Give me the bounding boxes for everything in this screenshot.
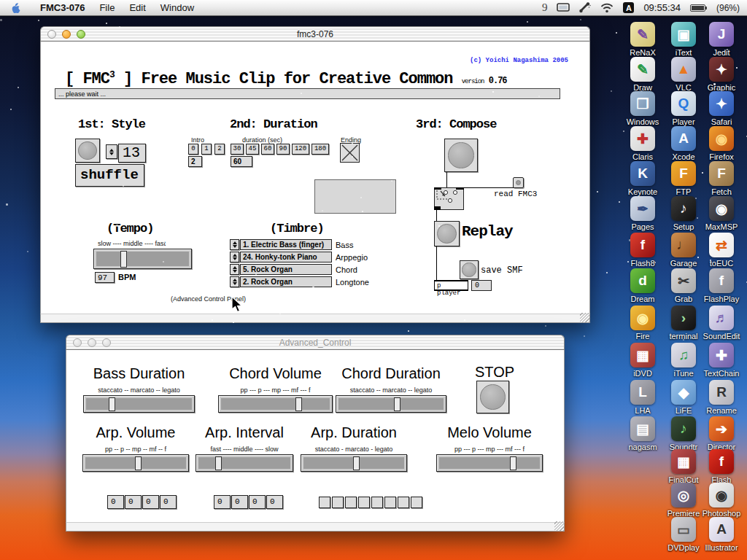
desktop-icon-dream[interactable]: dDream bbox=[622, 268, 663, 303]
desktop-icon-jedit[interactable]: JJedit bbox=[701, 22, 742, 57]
style-number-box[interactable]: 13 bbox=[118, 144, 146, 163]
slider-handle[interactable] bbox=[295, 397, 302, 411]
duration-button-45[interactable]: 45 bbox=[246, 144, 259, 155]
ending-checkbox[interactable] bbox=[340, 143, 360, 163]
number-box[interactable]: 0 bbox=[107, 495, 124, 509]
desktop-icon-itune[interactable]: ♫iTune bbox=[663, 343, 704, 378]
desktop-icon-garage[interactable]: ♩Garage bbox=[663, 233, 704, 268]
compose-bang-button[interactable] bbox=[444, 139, 478, 172]
desktop-icon-terminal[interactable]: ›terminal bbox=[663, 306, 704, 341]
desktop-icon-renax[interactable]: ✎ReNaX bbox=[622, 22, 663, 57]
desktop-icon-flash[interactable]: fFlash bbox=[701, 449, 742, 484]
toggle-box-4[interactable] bbox=[371, 497, 383, 508]
timbre-menu-0[interactable]: 1. Electric Bass (finger) bbox=[240, 239, 332, 250]
number-box[interactable]: 0 bbox=[160, 495, 177, 509]
number-box[interactable]: 0 bbox=[249, 495, 266, 509]
zoom-button[interactable] bbox=[77, 30, 85, 39]
desktop-icon-keynote[interactable]: KKeynote bbox=[622, 161, 663, 196]
duration-button-180[interactable]: 180 bbox=[311, 144, 329, 155]
duration-button-120[interactable]: 120 bbox=[292, 144, 309, 155]
desktop-icon-flashplay[interactable]: fFlashPlay bbox=[701, 268, 742, 303]
intro-button-0[interactable]: 0 bbox=[188, 144, 198, 155]
duration-button-30[interactable]: 30 bbox=[231, 144, 244, 155]
save-smf-bang-button[interactable] bbox=[460, 260, 479, 279]
stop-bang-button[interactable] bbox=[476, 381, 509, 413]
shuffle-button[interactable]: shuffle bbox=[75, 164, 144, 187]
player-number-box[interactable]: 0 bbox=[471, 280, 492, 291]
desktop-icon-graphic[interactable]: ✦Graphic bbox=[701, 57, 742, 92]
apple-menu-icon[interactable] bbox=[10, 2, 21, 14]
desktop-icon-draw[interactable]: ✎Draw bbox=[622, 57, 663, 92]
slider-arp-volume[interactable] bbox=[82, 454, 189, 472]
menu-clock[interactable]: 09:55:34 bbox=[643, 2, 681, 13]
desktop-icon-safari[interactable]: ✦Safari bbox=[701, 91, 742, 126]
menu-window[interactable]: Window bbox=[153, 0, 201, 16]
duration-button-60[interactable]: 60 bbox=[261, 144, 274, 155]
intro-button-1[interactable]: 1 bbox=[201, 144, 212, 155]
slider-handle[interactable] bbox=[394, 397, 400, 411]
menu-app[interactable]: FMC3-076 bbox=[33, 0, 92, 16]
slider-handle[interactable] bbox=[135, 456, 142, 470]
toggle-box-5[interactable] bbox=[384, 497, 396, 508]
desktop-icon-photoshop[interactable]: ◉Photoshop bbox=[701, 483, 742, 518]
close-button[interactable] bbox=[47, 30, 56, 39]
battery-icon[interactable] bbox=[690, 4, 707, 12]
replay-bang-button[interactable] bbox=[434, 221, 460, 246]
displays-menu-icon[interactable] bbox=[557, 3, 570, 13]
desktop-icon-toeuc[interactable]: ⇄toEUC bbox=[701, 233, 742, 268]
toggle-box-3[interactable] bbox=[358, 497, 370, 508]
style-stepper[interactable] bbox=[106, 144, 117, 159]
tempo-slider-handle[interactable] bbox=[120, 251, 127, 268]
tempo-slider[interactable] bbox=[93, 249, 192, 269]
timbre-stepper-2[interactable] bbox=[230, 264, 239, 275]
slider-arp-interval[interactable] bbox=[196, 454, 293, 472]
timbre-stepper-1[interactable] bbox=[230, 252, 239, 262]
desktop-icon-illustrator[interactable]: AIllustrator bbox=[701, 517, 742, 552]
number-box[interactable]: 0 bbox=[125, 495, 142, 509]
timbre-menu-3[interactable]: 2. Rock Organ bbox=[240, 276, 332, 287]
minimize-button[interactable] bbox=[62, 30, 71, 39]
classic-environment-icon[interactable]: 9 bbox=[542, 1, 548, 14]
desktop-icon-dvdplay[interactable]: ▭DVDplay bbox=[663, 517, 704, 552]
desktop-icon-flash8[interactable]: fFlash8 bbox=[622, 233, 663, 268]
slider-handle[interactable] bbox=[215, 456, 222, 470]
number-box[interactable]: 0 bbox=[231, 495, 248, 509]
desktop-icon-ftp[interactable]: FFTP bbox=[663, 161, 704, 196]
desktop-icon-soundtr[interactable]: ♪Soundtr bbox=[663, 416, 704, 451]
desktop-icon-fetch[interactable]: FFetch bbox=[701, 161, 742, 196]
desktop-icon-pages[interactable]: ✒Pages bbox=[622, 196, 663, 231]
menu-file[interactable]: File bbox=[92, 0, 122, 16]
desktop-icon-life[interactable]: ◆LiFE bbox=[663, 380, 704, 415]
desktop-icon-windows[interactable]: ❐Windows bbox=[622, 91, 663, 126]
resize-grip[interactable] bbox=[580, 313, 589, 322]
desktop-icon-nagasm[interactable]: ▤nagasm bbox=[622, 416, 663, 451]
desktop-icon-claris[interactable]: ✚Claris bbox=[622, 126, 663, 161]
toggle-box-2[interactable] bbox=[345, 497, 357, 508]
input-menu-icon[interactable]: A bbox=[623, 2, 634, 13]
slider-handle[interactable] bbox=[510, 456, 516, 470]
intro-value[interactable]: 2 bbox=[188, 156, 202, 167]
fmc3-titlebar[interactable]: fmc3-076 bbox=[40, 26, 590, 42]
timbre-menu-1[interactable]: 24. Honky-tonk Piano bbox=[240, 252, 332, 262]
desktop-icon-premiere[interactable]: ◎Premiere bbox=[663, 483, 704, 518]
zoom-button[interactable] bbox=[102, 338, 111, 347]
desktop-icon-soundedit[interactable]: ♬SoundEdit bbox=[701, 306, 742, 341]
desktop-icon-idvd[interactable]: ▦iDVD bbox=[622, 343, 663, 378]
read-fmc3-button[interactable] bbox=[513, 177, 524, 188]
menu-edit[interactable]: Edit bbox=[122, 0, 152, 16]
desktop-icon-fire[interactable]: ◉Fire bbox=[622, 306, 663, 341]
desktop-icon-grab[interactable]: ✂Grab bbox=[663, 268, 704, 303]
resize-grip[interactable] bbox=[554, 521, 564, 531]
desktop-icon-finalcut[interactable]: ▦FinalCut bbox=[663, 449, 704, 484]
toggle-box-7[interactable] bbox=[411, 497, 422, 508]
toggle-box-0[interactable] bbox=[319, 497, 330, 508]
toggle-box-1[interactable] bbox=[332, 497, 344, 508]
toggle-box-6[interactable] bbox=[398, 497, 409, 508]
timbre-stepper-3[interactable] bbox=[230, 276, 239, 287]
desktop-icon-textchain[interactable]: ✚TextChain bbox=[701, 343, 742, 378]
desktop-icon-setup[interactable]: ♪Setup bbox=[663, 196, 704, 231]
number-box[interactable]: 0 bbox=[142, 495, 159, 509]
minimize-button[interactable] bbox=[88, 338, 96, 347]
number-box[interactable]: 0 bbox=[266, 495, 283, 509]
desktop-icon-vlc[interactable]: ▲VLC bbox=[663, 57, 704, 92]
